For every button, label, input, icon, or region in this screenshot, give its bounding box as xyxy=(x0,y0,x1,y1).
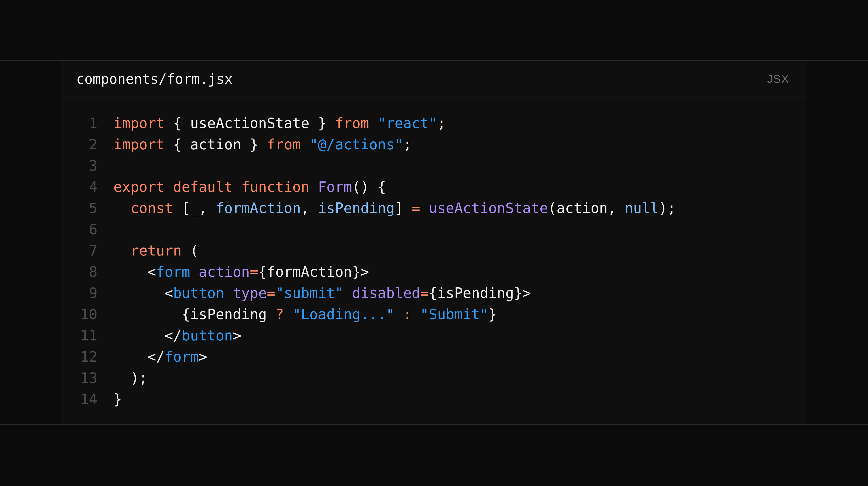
code-token-pln: < xyxy=(114,285,173,301)
file-path: components/form.jsx xyxy=(76,71,232,87)
code-token-str: "submit" xyxy=(275,285,343,301)
code-token-pln: (action, xyxy=(548,200,625,216)
line-number: 9 xyxy=(61,282,97,304)
line-content: </button> xyxy=(114,325,241,346)
code-token-tag: form xyxy=(156,264,190,280)
code-token-pln: {isPending xyxy=(114,306,275,323)
line-content: ); xyxy=(114,367,148,389)
language-badge: JSX xyxy=(767,72,789,85)
code-token-pln: ; xyxy=(403,136,412,153)
code-token-pln xyxy=(284,306,292,323)
code-token-pln: } xyxy=(488,306,497,323)
code-token-pln xyxy=(114,242,130,259)
code-token-pln: , xyxy=(198,200,216,216)
line-content: <button type="submit" disabled={isPendin… xyxy=(114,282,531,304)
line-number: 14 xyxy=(61,389,97,410)
line-number: 1 xyxy=(61,113,97,134)
code-line: 4export default function Form() { xyxy=(61,176,807,198)
code-line: 2import { action } from "@/actions"; xyxy=(61,134,807,155)
code-token-pln xyxy=(420,200,429,216)
code-token-var: _ xyxy=(190,200,198,216)
line-content: return ( xyxy=(114,240,198,261)
code-token-fn: useActionState xyxy=(429,200,548,216)
code-token-attr: disabled xyxy=(343,285,420,301)
code-token-var: formAction xyxy=(216,200,301,216)
code-token-pln xyxy=(309,179,318,195)
line-number: 3 xyxy=(61,155,97,176)
code-token-fn: Form xyxy=(318,179,352,195)
code-token-kw: = xyxy=(412,200,420,216)
code-token-pln: > xyxy=(233,327,241,344)
code-token-attr: action xyxy=(190,264,250,280)
code-token-var: null xyxy=(625,200,659,216)
code-token-pln: ; xyxy=(437,115,446,131)
code-token-pln: {formAction}> xyxy=(258,264,369,280)
code-token-pln xyxy=(412,306,420,323)
code-token-pln: ] xyxy=(395,200,412,216)
code-line: 10 {isPending ? "Loading..." : "Submit"} xyxy=(61,304,807,325)
line-content: } xyxy=(114,389,122,410)
code-token-pln: () { xyxy=(352,179,386,195)
code-token-pln: {isPending}> xyxy=(429,285,531,301)
code-token-pln xyxy=(114,200,130,216)
line-number: 5 xyxy=(61,198,97,219)
code-token-pln: { action } xyxy=(165,136,267,153)
frame-border-right xyxy=(807,0,807,486)
frame-border-bottom xyxy=(0,424,868,425)
line-number: 13 xyxy=(61,367,97,389)
code-token-str: "Submit" xyxy=(420,306,488,323)
line-number: 4 xyxy=(61,176,97,198)
code-token-kw: export default function xyxy=(114,179,309,195)
code-panel-header: components/form.jsx JSX xyxy=(61,61,807,97)
line-content: import { useActionState } from "react"; xyxy=(114,113,446,134)
code-token-tag: button xyxy=(182,327,233,344)
line-number: 7 xyxy=(61,240,97,261)
code-line: 7 return ( xyxy=(61,240,807,261)
line-number: 6 xyxy=(61,219,97,240)
code-line: 8 <form action={formAction}> xyxy=(61,261,807,282)
code-token-pln: </ xyxy=(114,327,182,344)
code-token-kw: from xyxy=(267,136,301,153)
code-token-str: "Loading..." xyxy=(292,306,395,323)
code-line: 11 </button> xyxy=(61,325,807,346)
code-token-kw: import xyxy=(114,115,165,131)
code-line: 13 ); xyxy=(61,367,807,389)
code-token-pln xyxy=(369,115,378,131)
line-content: export default function Form() { xyxy=(114,176,386,198)
code-token-pln: } xyxy=(114,391,122,407)
code-block: 1import { useActionState } from "react";… xyxy=(61,97,807,424)
code-token-kw: = xyxy=(267,285,275,301)
code-line: 6 xyxy=(61,219,807,240)
line-content: const [_, formAction, isPending] = useAc… xyxy=(114,198,676,219)
line-content: import { action } from "@/actions"; xyxy=(114,134,412,155)
code-token-var: isPending xyxy=(318,200,395,216)
line-number: 11 xyxy=(61,325,97,346)
code-line: 3 xyxy=(61,155,807,176)
code-token-kw: from xyxy=(335,115,369,131)
code-token-kw: const xyxy=(130,200,173,216)
code-token-kw: ? xyxy=(275,306,284,323)
code-line: 1import { useActionState } from "react"; xyxy=(61,113,807,134)
line-content: </form> xyxy=(114,346,207,367)
line-content: <form action={formAction}> xyxy=(114,261,369,282)
code-line: 5 const [_, formAction, isPending] = use… xyxy=(61,198,807,219)
line-number: 8 xyxy=(61,261,97,282)
code-token-pln: > xyxy=(198,348,207,365)
code-token-str: "@/actions" xyxy=(309,136,403,153)
code-token-pln: { useActionState } xyxy=(165,115,335,131)
code-lines: 1import { useActionState } from "react";… xyxy=(61,113,807,410)
code-token-pln: [ xyxy=(173,200,190,216)
line-number: 12 xyxy=(61,346,97,367)
code-token-pln: </ xyxy=(114,348,165,365)
code-token-str: "react" xyxy=(378,115,437,131)
code-token-kw: = xyxy=(420,285,429,301)
code-token-pln: , xyxy=(301,200,318,216)
line-number: 10 xyxy=(61,304,97,325)
code-token-attr: type xyxy=(224,285,267,301)
code-token-pln xyxy=(301,136,309,153)
code-token-kw: return xyxy=(130,242,182,259)
code-token-pln: ); xyxy=(659,200,676,216)
line-content: {isPending ? "Loading..." : "Submit"} xyxy=(114,304,497,325)
code-token-kw: = xyxy=(250,264,258,280)
code-token-pln: ); xyxy=(114,370,148,386)
